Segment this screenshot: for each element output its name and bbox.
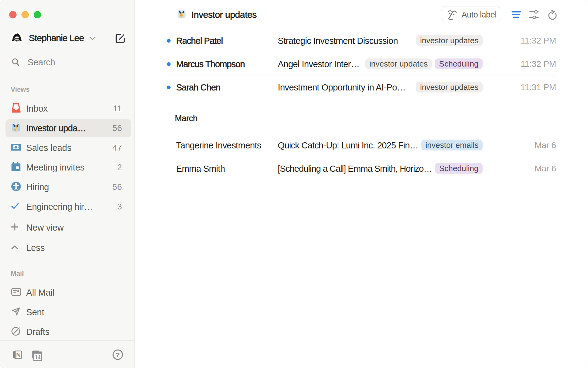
svg-text:14: 14 — [35, 354, 41, 360]
svg-text:?: ? — [116, 351, 120, 359]
svg-text:N: N — [16, 351, 21, 359]
